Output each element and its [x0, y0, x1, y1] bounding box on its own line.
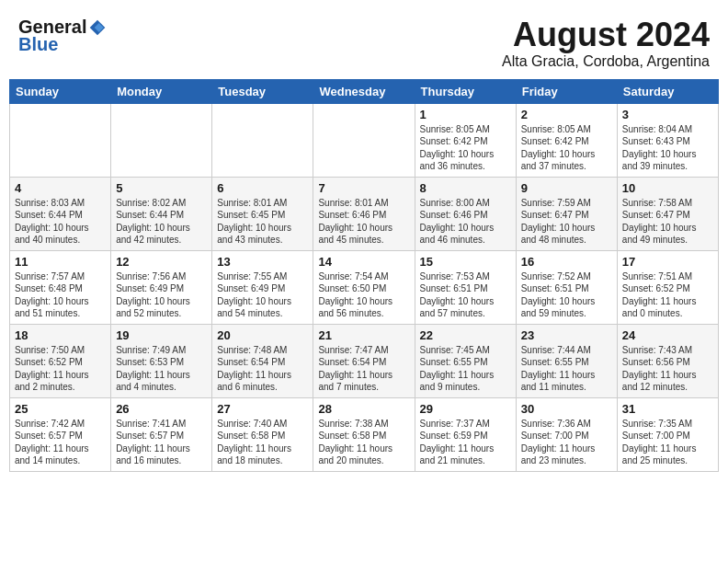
day-cell: 16Sunrise: 7:52 AM Sunset: 6:51 PM Dayli… — [516, 250, 617, 324]
weekday-header-wednesday: Wednesday — [313, 79, 415, 103]
day-cell: 24Sunrise: 7:43 AM Sunset: 6:56 PM Dayli… — [617, 324, 718, 397]
month-title: August 2024 Alta Gracia, Cordoba, Argent… — [502, 17, 710, 70]
day-number: 1 — [420, 108, 511, 121]
day-cell: 5Sunrise: 8:02 AM Sunset: 6:44 PM Daylig… — [111, 177, 212, 250]
day-info: Sunrise: 7:47 AM Sunset: 6:54 PM Dayligh… — [318, 344, 409, 394]
logo: General Blue — [18, 17, 107, 55]
day-cell: 29Sunrise: 7:37 AM Sunset: 6:59 PM Dayli… — [415, 397, 516, 471]
day-cell: 31Sunrise: 7:35 AM Sunset: 7:00 PM Dayli… — [617, 397, 718, 471]
day-cell: 27Sunrise: 7:40 AM Sunset: 6:58 PM Dayli… — [212, 397, 313, 471]
day-number: 8 — [420, 181, 511, 195]
day-info: Sunrise: 8:01 AM Sunset: 6:45 PM Dayligh… — [217, 197, 308, 247]
day-number: 2 — [521, 108, 612, 121]
day-cell — [111, 103, 212, 177]
day-info: Sunrise: 7:49 AM Sunset: 6:53 PM Dayligh… — [116, 344, 207, 394]
day-cell — [313, 103, 415, 177]
day-cell: 3Sunrise: 8:04 AM Sunset: 6:43 PM Daylig… — [617, 103, 718, 177]
weekday-header-row: SundayMondayTuesdayWednesdayThursdayFrid… — [10, 79, 719, 103]
calendar-table: SundayMondayTuesdayWednesdayThursdayFrid… — [9, 79, 719, 472]
day-info: Sunrise: 7:35 AM Sunset: 7:00 PM Dayligh… — [622, 418, 713, 467]
day-cell: 19Sunrise: 7:49 AM Sunset: 6:53 PM Dayli… — [111, 324, 212, 397]
day-number: 15 — [420, 255, 511, 269]
day-number: 25 — [15, 402, 106, 416]
day-info: Sunrise: 7:58 AM Sunset: 6:47 PM Dayligh… — [622, 197, 713, 247]
day-cell: 25Sunrise: 7:42 AM Sunset: 6:57 PM Dayli… — [10, 397, 111, 471]
day-number: 7 — [318, 181, 409, 195]
day-cell: 2Sunrise: 8:05 AM Sunset: 6:42 PM Daylig… — [516, 103, 617, 177]
day-cell: 7Sunrise: 8:01 AM Sunset: 6:46 PM Daylig… — [313, 177, 415, 250]
day-info: Sunrise: 7:56 AM Sunset: 6:49 PM Dayligh… — [116, 270, 207, 320]
day-number: 10 — [622, 181, 713, 195]
day-cell: 13Sunrise: 7:55 AM Sunset: 6:49 PM Dayli… — [212, 250, 313, 324]
day-cell: 14Sunrise: 7:54 AM Sunset: 6:50 PM Dayli… — [313, 250, 415, 324]
day-info: Sunrise: 7:59 AM Sunset: 6:47 PM Dayligh… — [521, 197, 612, 247]
day-number: 29 — [420, 402, 511, 416]
day-info: Sunrise: 8:05 AM Sunset: 6:42 PM Dayligh… — [420, 123, 511, 173]
day-number: 6 — [217, 181, 308, 195]
day-info: Sunrise: 7:54 AM Sunset: 6:50 PM Dayligh… — [318, 270, 409, 320]
day-info: Sunrise: 7:52 AM Sunset: 6:51 PM Dayligh… — [521, 270, 612, 320]
day-cell: 1Sunrise: 8:05 AM Sunset: 6:42 PM Daylig… — [415, 103, 516, 177]
day-number: 13 — [217, 255, 308, 269]
day-cell: 17Sunrise: 7:51 AM Sunset: 6:52 PM Dayli… — [617, 250, 718, 324]
weekday-header-monday: Monday — [111, 79, 212, 103]
day-number: 20 — [217, 328, 308, 342]
weekday-header-tuesday: Tuesday — [212, 79, 313, 103]
day-cell: 30Sunrise: 7:36 AM Sunset: 7:00 PM Dayli… — [516, 397, 617, 471]
week-row-3: 11Sunrise: 7:57 AM Sunset: 6:48 PM Dayli… — [10, 250, 719, 324]
day-number: 27 — [217, 402, 308, 416]
day-info: Sunrise: 8:05 AM Sunset: 6:42 PM Dayligh… — [521, 123, 612, 173]
day-cell: 4Sunrise: 8:03 AM Sunset: 6:44 PM Daylig… — [10, 177, 111, 250]
day-number: 11 — [15, 255, 106, 269]
day-number: 19 — [116, 328, 207, 342]
day-cell: 15Sunrise: 7:53 AM Sunset: 6:51 PM Dayli… — [415, 250, 516, 324]
day-number: 23 — [521, 328, 612, 342]
weekday-header-sunday: Sunday — [10, 79, 111, 103]
day-cell: 10Sunrise: 7:58 AM Sunset: 6:47 PM Dayli… — [617, 177, 718, 250]
day-cell: 6Sunrise: 8:01 AM Sunset: 6:45 PM Daylig… — [212, 177, 313, 250]
day-number: 14 — [318, 255, 409, 269]
weekday-header-saturday: Saturday — [617, 79, 718, 103]
day-info: Sunrise: 7:57 AM Sunset: 6:48 PM Dayligh… — [15, 270, 106, 320]
week-row-1: 1Sunrise: 8:05 AM Sunset: 6:42 PM Daylig… — [10, 103, 719, 177]
day-info: Sunrise: 7:53 AM Sunset: 6:51 PM Dayligh… — [420, 270, 511, 320]
day-number: 28 — [318, 402, 409, 416]
day-info: Sunrise: 7:37 AM Sunset: 6:59 PM Dayligh… — [420, 418, 511, 467]
day-number: 31 — [622, 402, 713, 416]
week-row-4: 18Sunrise: 7:50 AM Sunset: 6:52 PM Dayli… — [10, 324, 719, 397]
day-number: 17 — [622, 255, 713, 269]
day-number: 3 — [622, 108, 713, 121]
day-number: 24 — [622, 328, 713, 342]
day-cell: 21Sunrise: 7:47 AM Sunset: 6:54 PM Dayli… — [313, 324, 415, 397]
location: Alta Gracia, Cordoba, Argentina — [502, 53, 710, 70]
day-cell: 9Sunrise: 7:59 AM Sunset: 6:47 PM Daylig… — [516, 177, 617, 250]
day-cell: 8Sunrise: 8:00 AM Sunset: 6:46 PM Daylig… — [415, 177, 516, 250]
day-info: Sunrise: 7:36 AM Sunset: 7:00 PM Dayligh… — [521, 418, 612, 467]
day-info: Sunrise: 7:43 AM Sunset: 6:56 PM Dayligh… — [622, 344, 713, 394]
day-info: Sunrise: 7:44 AM Sunset: 6:55 PM Dayligh… — [521, 344, 612, 394]
day-cell: 23Sunrise: 7:44 AM Sunset: 6:55 PM Dayli… — [516, 324, 617, 397]
day-info: Sunrise: 7:51 AM Sunset: 6:52 PM Dayligh… — [622, 270, 713, 320]
day-number: 30 — [521, 402, 612, 416]
week-row-2: 4Sunrise: 8:03 AM Sunset: 6:44 PM Daylig… — [10, 177, 719, 250]
day-info: Sunrise: 8:01 AM Sunset: 6:46 PM Dayligh… — [318, 197, 409, 247]
day-cell: 22Sunrise: 7:45 AM Sunset: 6:55 PM Dayli… — [415, 324, 516, 397]
day-cell: 26Sunrise: 7:41 AM Sunset: 6:57 PM Dayli… — [111, 397, 212, 471]
day-info: Sunrise: 7:50 AM Sunset: 6:52 PM Dayligh… — [15, 344, 106, 394]
day-cell — [10, 103, 111, 177]
day-number: 4 — [15, 181, 106, 195]
day-number: 5 — [116, 181, 207, 195]
day-info: Sunrise: 7:48 AM Sunset: 6:54 PM Dayligh… — [217, 344, 308, 394]
day-info: Sunrise: 7:41 AM Sunset: 6:57 PM Dayligh… — [116, 418, 207, 467]
weekday-header-friday: Friday — [516, 79, 617, 103]
weekday-header-thursday: Thursday — [415, 79, 516, 103]
day-number: 26 — [116, 402, 207, 416]
day-cell: 20Sunrise: 7:48 AM Sunset: 6:54 PM Dayli… — [212, 324, 313, 397]
day-number: 12 — [116, 255, 207, 269]
day-info: Sunrise: 8:00 AM Sunset: 6:46 PM Dayligh… — [420, 197, 511, 247]
day-cell — [212, 103, 313, 177]
day-cell: 18Sunrise: 7:50 AM Sunset: 6:52 PM Dayli… — [10, 324, 111, 397]
logo-icon — [88, 18, 107, 37]
day-number: 22 — [420, 328, 511, 342]
day-number: 16 — [521, 255, 612, 269]
